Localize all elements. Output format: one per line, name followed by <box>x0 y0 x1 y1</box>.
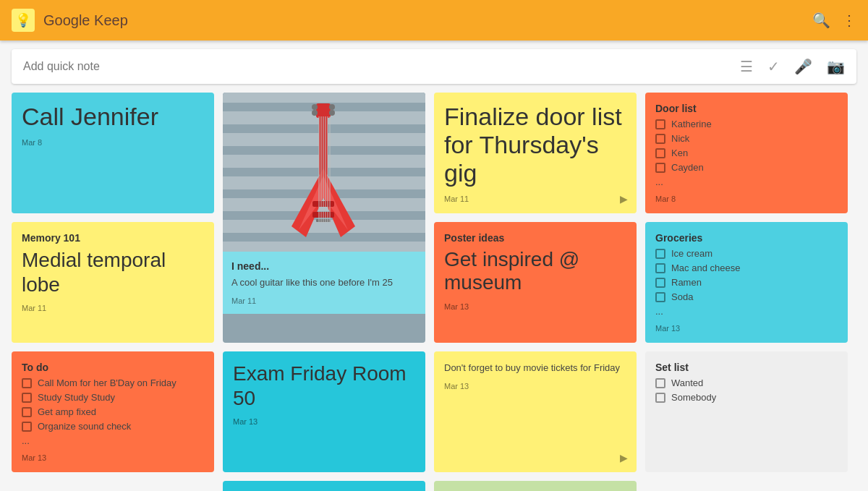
note-action-icons: ☰ ✓ 🎤 📷 <box>740 58 845 75</box>
checkmark-icon[interactable]: ✓ <box>767 58 780 75</box>
list-icon[interactable]: ☰ <box>740 58 753 75</box>
checkbox[interactable] <box>655 134 665 144</box>
checkbox[interactable] <box>655 249 665 259</box>
item-text: Cayden <box>671 162 704 173</box>
logo-icon: 💡 <box>15 12 31 28</box>
checklist-item: Get amp fixed <box>22 406 204 417</box>
item-text: Mac and cheese <box>671 262 740 273</box>
item-text: ... <box>655 176 663 187</box>
note-date: Mar 11 <box>444 195 626 203</box>
item-text: Soda <box>671 291 693 302</box>
checkbox[interactable] <box>655 119 665 129</box>
checkbox[interactable] <box>22 407 32 417</box>
search-input[interactable] <box>23 60 740 73</box>
note-rehearsal-list[interactable]: Rehearsal list Chorus of Wanted <box>434 481 637 491</box>
note-date: Mar 11 <box>231 296 417 305</box>
note-date: Mar 13 <box>655 324 838 333</box>
note-title: Poster ideas <box>444 232 626 244</box>
svg-point-15 <box>312 104 318 110</box>
checklist-item: ... <box>655 176 838 187</box>
more-options-icon[interactable]: ⋮ <box>842 12 856 29</box>
note-finalize-door[interactable]: Finalize door list for Thursday's gig Ma… <box>434 93 637 213</box>
search-icon[interactable]: 🔍 <box>812 12 830 29</box>
item-text: Wanted <box>671 377 703 388</box>
note-call-mom[interactable]: Call mom for B-day <box>223 481 425 491</box>
checkbox[interactable] <box>655 263 665 273</box>
checklist-item: Mac and cheese <box>655 262 838 273</box>
note-title: Groceries <box>655 232 838 244</box>
play-icon[interactable]: ▶ <box>620 452 628 464</box>
note-title: To do <box>22 362 204 373</box>
note-text: Finalize door list for Thursday's gig <box>444 103 626 187</box>
checklist-item: Study Study Study <box>22 392 204 403</box>
note-title: Memory 101 <box>22 232 204 244</box>
checklist-item: Call Mom for her B'Day on Friday <box>22 377 204 388</box>
checkbox[interactable] <box>655 278 665 288</box>
checklist-item: Katherine <box>655 119 838 129</box>
note-title: Set list <box>655 362 838 373</box>
checklist-item: Wanted <box>655 377 838 388</box>
note-guitar[interactable]: I need... A cool guitar like this one be… <box>223 93 425 343</box>
note-body: Don't forget to buy movie tickets for Fr… <box>444 362 626 375</box>
svg-rect-14 <box>316 103 331 118</box>
checklist-item: Ken <box>655 148 838 158</box>
note-date: Mar 13 <box>444 302 626 311</box>
checklist-item: ... <box>22 435 204 446</box>
app-title: Google Keep <box>43 12 812 29</box>
checklist-item: Ice cream <box>655 248 838 259</box>
note-date: Mar 8 <box>655 195 838 203</box>
note-date: Mar 11 <box>22 304 204 312</box>
checklist-item: Cayden <box>655 162 838 173</box>
note-date: Mar 8 <box>22 138 204 147</box>
note-groceries[interactable]: Groceries Ice cream Mac and cheese Ramen… <box>645 222 848 343</box>
checklist-item: Somebody <box>655 392 838 403</box>
checklist-item: Nick <box>655 133 838 144</box>
item-text: Get amp fixed <box>38 406 96 417</box>
checkbox[interactable] <box>655 148 665 158</box>
note-set-list[interactable]: Set list Wanted Somebody <box>645 351 848 472</box>
checkbox[interactable] <box>22 393 32 403</box>
note-memory-101[interactable]: Memory 101 Medial temporal lobe Mar 11 <box>12 222 214 343</box>
note-door-list[interactable]: Door list Katherine Nick Ken Cayden ... … <box>645 93 848 213</box>
checkbox[interactable] <box>22 378 32 388</box>
item-text: Organize sound check <box>38 421 131 432</box>
camera-icon[interactable]: 📷 <box>827 58 845 75</box>
item-text: ... <box>22 435 30 446</box>
note-date: Mar 13 <box>22 453 204 462</box>
note-movie-tickets[interactable]: Don't forget to buy movie tickets for Fr… <box>434 351 637 472</box>
note-text: Get inspired @ museum <box>444 248 626 294</box>
mic-icon[interactable]: 🎤 <box>794 58 812 75</box>
search-bar: ☰ ✓ 🎤 📷 <box>12 49 856 84</box>
app-logo: 💡 <box>12 9 35 32</box>
checkbox[interactable] <box>655 378 665 388</box>
note-exam-friday[interactable]: Exam Friday Room 50 Mar 13 <box>223 351 425 472</box>
item-text: Study Study Study <box>38 392 115 403</box>
checklist-item: Ramen <box>655 277 838 288</box>
item-text: Somebody <box>671 392 716 403</box>
note-todo[interactable]: To do Call Mom for her B'Day on Friday S… <box>12 351 214 472</box>
item-text: ... <box>655 306 663 317</box>
checkbox[interactable] <box>655 393 665 403</box>
note-text: Exam Friday Room 50 <box>233 362 415 410</box>
note-title: Door list <box>655 103 838 114</box>
note-call-jennifer[interactable]: Call Jennifer Mar 8 <box>12 93 214 213</box>
checklist-item: Soda <box>655 291 838 302</box>
checklist-item: Organize sound check <box>22 421 204 432</box>
item-text: Katherine <box>671 119 712 129</box>
item-text: Ken <box>671 148 688 158</box>
checklist-item: ... <box>655 306 838 317</box>
item-text: Nick <box>671 133 689 144</box>
checkbox[interactable] <box>22 422 32 432</box>
note-text: Medial temporal lobe <box>22 248 204 296</box>
svg-point-16 <box>312 110 318 116</box>
note-body: A cool guitar like this one before I'm 2… <box>231 276 417 289</box>
item-text: Ramen <box>671 277 702 288</box>
checkbox[interactable] <box>655 163 665 173</box>
notes-grid: Call Jennifer Mar 8 <box>0 93 868 472</box>
note-date: Mar 13 <box>444 382 626 390</box>
note-poster-ideas[interactable]: Poster ideas Get inspired @ museum Mar 1… <box>434 222 637 343</box>
checkbox[interactable] <box>655 292 665 302</box>
note-text: Call Jennifer <box>22 103 204 131</box>
play-icon[interactable]: ▶ <box>620 193 628 205</box>
item-text: Call Mom for her B'Day on Friday <box>38 377 176 388</box>
